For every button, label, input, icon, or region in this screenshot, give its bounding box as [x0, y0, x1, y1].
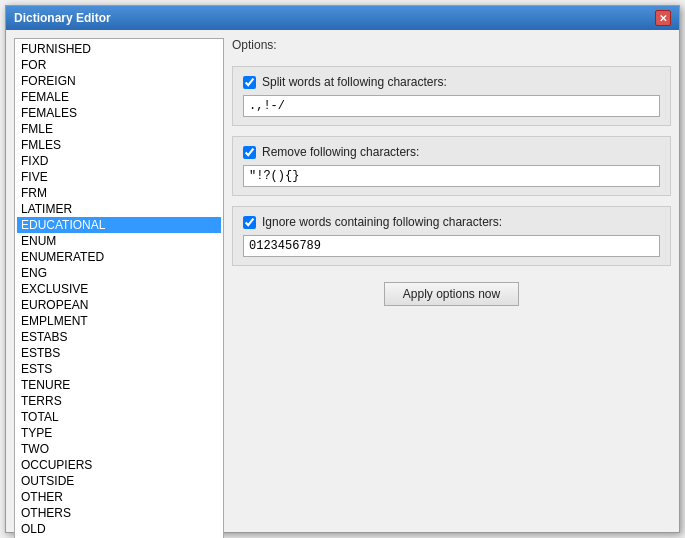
list-item[interactable]: FIXD — [17, 153, 221, 169]
list-item[interactable]: OTHER — [17, 489, 221, 505]
remove-chars-checkbox[interactable] — [243, 146, 256, 159]
list-item[interactable]: EUROPEAN — [17, 297, 221, 313]
ignore-words-checkbox[interactable] — [243, 216, 256, 229]
split-words-checkbox[interactable] — [243, 76, 256, 89]
ignore-words-row: Ignore words containing following charac… — [243, 215, 660, 229]
main-content: FURNISHEDFORFOREIGNFEMALEFEMALESFMLEFMLE… — [14, 38, 671, 538]
split-words-row: Split words at following characters: — [243, 75, 660, 89]
list-item[interactable]: FEMALE — [17, 89, 221, 105]
list-item[interactable]: ESTBS — [17, 345, 221, 361]
list-item[interactable]: LATIMER — [17, 201, 221, 217]
list-item[interactable]: FMLE — [17, 121, 221, 137]
split-words-group: Split words at following characters: — [232, 66, 671, 126]
list-item[interactable]: ESTS — [17, 361, 221, 377]
list-item[interactable]: FIVE — [17, 169, 221, 185]
ignore-words-group: Ignore words containing following charac… — [232, 206, 671, 266]
list-item[interactable]: FRM — [17, 185, 221, 201]
list-item[interactable]: TENURE — [17, 377, 221, 393]
dialog-title: Dictionary Editor — [14, 11, 111, 25]
dictionary-editor-dialog: Dictionary Editor ✕ FURNISHEDFORFOREIGNF… — [5, 5, 680, 533]
list-item[interactable]: FURNISHED — [17, 41, 221, 57]
remove-chars-label[interactable]: Remove following characters: — [262, 145, 419, 159]
list-item[interactable]: ENUMERATED — [17, 249, 221, 265]
apply-btn-row: Apply options now — [232, 282, 671, 306]
options-label: Options: — [232, 38, 671, 52]
list-panel: FURNISHEDFORFOREIGNFEMALEFEMALESFMLEFMLE… — [14, 38, 224, 538]
list-item[interactable]: EMPLMENT — [17, 313, 221, 329]
list-item[interactable]: TERRS — [17, 393, 221, 409]
list-item[interactable]: OUTSIDE — [17, 473, 221, 489]
options-panel: Options: Split words at following charac… — [232, 38, 671, 538]
split-words-label[interactable]: Split words at following characters: — [262, 75, 447, 89]
word-list[interactable]: FURNISHEDFORFOREIGNFEMALEFEMALESFMLEFMLE… — [14, 38, 224, 538]
list-item[interactable]: TWO — [17, 441, 221, 457]
list-item[interactable]: TOTAL — [17, 409, 221, 425]
list-item[interactable]: TYPE — [17, 425, 221, 441]
list-item[interactable]: EXCLUSIVE — [17, 281, 221, 297]
list-item[interactable]: ENUM — [17, 233, 221, 249]
remove-chars-input[interactable] — [243, 165, 660, 187]
list-item[interactable]: OTHERS — [17, 505, 221, 521]
list-item[interactable]: ESTABS — [17, 329, 221, 345]
dialog-body: FURNISHEDFORFOREIGNFEMALEFEMALESFMLEFMLE… — [6, 30, 679, 538]
ignore-words-input[interactable] — [243, 235, 660, 257]
ignore-words-label[interactable]: Ignore words containing following charac… — [262, 215, 502, 229]
title-bar: Dictionary Editor ✕ — [6, 6, 679, 30]
list-item[interactable]: FMLES — [17, 137, 221, 153]
list-item[interactable]: FOREIGN — [17, 73, 221, 89]
list-item[interactable]: OLD — [17, 521, 221, 537]
list-item[interactable]: FOR — [17, 57, 221, 73]
remove-chars-row: Remove following characters: — [243, 145, 660, 159]
list-item[interactable]: OCCUPIERS — [17, 457, 221, 473]
remove-chars-group: Remove following characters: — [232, 136, 671, 196]
list-item[interactable]: ENG — [17, 265, 221, 281]
split-words-input[interactable] — [243, 95, 660, 117]
apply-options-button[interactable]: Apply options now — [384, 282, 519, 306]
close-button[interactable]: ✕ — [655, 10, 671, 26]
list-item[interactable]: FEMALES — [17, 105, 221, 121]
list-item[interactable]: EDUCATIONAL — [17, 217, 221, 233]
